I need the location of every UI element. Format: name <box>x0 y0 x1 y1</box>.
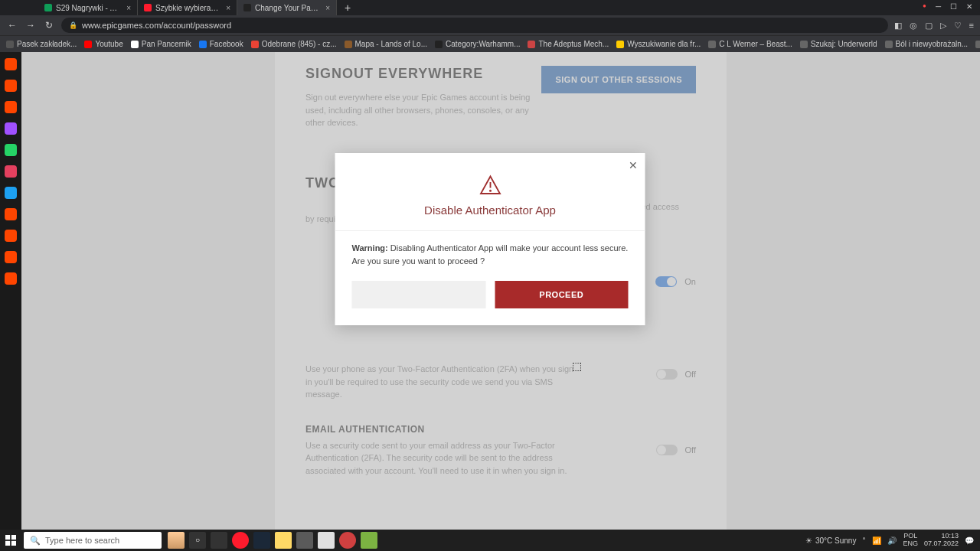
lock-icon: 🔒 <box>69 21 77 29</box>
bookmark-item[interactable]: Category:Warhamm... <box>435 40 520 48</box>
taskbar-app-icon[interactable] <box>296 532 313 549</box>
network-icon[interactable]: 📶 <box>872 536 881 545</box>
instagram-icon[interactable] <box>5 165 17 178</box>
bookmark-item[interactable]: The Adeptus Mech... <box>528 40 609 48</box>
dock-icon[interactable] <box>5 251 17 263</box>
bookmark-item[interactable]: Odebrane (845) - cz... <box>251 40 337 48</box>
camera-icon[interactable]: ◎ <box>910 21 917 31</box>
svg-rect-5 <box>11 541 16 546</box>
maximize-icon[interactable]: ☐ <box>950 2 957 11</box>
notifications-icon[interactable]: 💬 <box>965 536 974 545</box>
clock[interactable]: 10:13 07.07.2022 <box>924 533 959 548</box>
disable-authenticator-modal: ✕ Disable Authenticator App Warning: Dis… <box>335 153 645 325</box>
messenger-icon[interactable] <box>5 122 17 135</box>
tab-speed-dial[interactable]: Szybkie wybieranie× <box>138 0 237 15</box>
close-icon[interactable]: × <box>325 4 330 12</box>
taskbar-app-icon[interactable] <box>318 532 335 549</box>
taskbar-app-icon[interactable] <box>361 532 377 549</box>
weather-widget[interactable]: ☀ 30°C Sunny <box>805 536 856 545</box>
bookmark-item[interactable]: Ból i niewyobrażaln... <box>885 40 969 48</box>
url-text: www.epicgames.com/account/password <box>82 21 231 30</box>
whatsapp-icon[interactable] <box>5 144 17 156</box>
opera-icon[interactable] <box>232 532 249 549</box>
tab-label: Szybkie wybieranie <box>155 4 220 12</box>
bookmark-item[interactable]: Pasek zakładek... <box>6 40 77 48</box>
dock-icon[interactable] <box>5 58 17 70</box>
sun-icon: ☀ <box>805 536 812 545</box>
cortana-icon[interactable]: ○ <box>189 532 206 549</box>
svg-rect-3 <box>11 535 16 540</box>
dock-icon[interactable] <box>5 272 17 285</box>
record-indicator: ● <box>923 2 926 11</box>
steam-icon[interactable] <box>253 532 270 549</box>
taskbar-search[interactable]: 🔍 Type here to search <box>24 532 162 549</box>
tab-label: S29 Nagrywki - Arkusze G... <box>56 4 120 12</box>
url-input[interactable]: 🔒 www.epicgames.com/account/password <box>61 18 888 33</box>
play-icon[interactable]: ▷ <box>940 21 946 31</box>
taskbar-app-icon[interactable] <box>339 532 356 549</box>
twitter-icon[interactable] <box>5 187 17 199</box>
opera-sidebar <box>0 52 21 530</box>
dock-icon[interactable] <box>5 230 17 242</box>
modal-title: Disable Authenticator App <box>351 204 630 217</box>
tab-label: Change Your Password <box>255 4 319 12</box>
bookmark-item[interactable]: Mapa - Lands of Lo... <box>345 40 428 48</box>
svg-point-1 <box>489 191 490 191</box>
heart-icon[interactable]: ♡ <box>954 21 962 31</box>
language-indicator[interactable]: POL ENG <box>903 533 918 548</box>
bookmark-item[interactable]: Pan Pancernik <box>131 40 191 48</box>
new-tab-button[interactable]: + <box>337 2 358 14</box>
task-view-icon[interactable] <box>211 532 227 549</box>
forward-icon[interactable]: → <box>24 20 37 31</box>
close-icon[interactable]: × <box>126 4 131 12</box>
dock-icon[interactable] <box>5 80 17 92</box>
bookmark-item[interactable]: Facebook <box>199 40 243 48</box>
start-button[interactable] <box>0 530 21 551</box>
close-icon[interactable]: × <box>226 4 230 12</box>
bookmark-item[interactable]: GUNPLE <box>975 40 980 48</box>
dock-icon[interactable] <box>5 101 17 113</box>
close-window-icon[interactable]: ✕ <box>966 2 972 11</box>
volume-icon[interactable]: 🔊 <box>887 536 897 545</box>
reload-icon[interactable]: ↻ <box>43 20 55 31</box>
tab-sheets[interactable]: S29 Nagrywki - Arkusze G...× <box>38 0 138 15</box>
vpn-icon[interactable]: ▢ <box>925 21 933 31</box>
modal-warning-text: Warning: Disabling Authenticator App wil… <box>335 230 645 281</box>
back-icon[interactable]: ← <box>6 20 18 31</box>
minimize-icon[interactable]: ─ <box>936 2 941 11</box>
tab-epic-password[interactable]: Change Your Password× <box>237 0 337 15</box>
bookmark-item[interactable]: Youtube <box>84 40 122 48</box>
sidebar-icon[interactable]: ◧ <box>894 21 902 31</box>
windows-taskbar: 🔍 Type here to search ○ ☀ 30°C Sunny ˄ 📶… <box>0 530 980 551</box>
browser-tab-strip: S29 Nagrywki - Arkusze G...× Szybkie wyb… <box>0 0 980 15</box>
svg-rect-2 <box>5 535 10 540</box>
explorer-icon[interactable] <box>275 532 292 549</box>
svg-rect-4 <box>5 541 10 546</box>
warning-icon <box>479 174 501 194</box>
menu-icon[interactable]: ≡ <box>969 21 974 31</box>
address-bar: ← → ↻ 🔒 www.epicgames.com/account/passwo… <box>0 15 980 35</box>
proceed-button[interactable]: PROCEED <box>495 281 629 308</box>
modal-close-icon[interactable]: ✕ <box>629 159 638 171</box>
bookmark-item[interactable]: C L Werner – Beast... <box>708 40 792 48</box>
search-placeholder: Type here to search <box>45 536 119 545</box>
bookmark-item[interactable]: Szukaj: Underworld <box>800 40 877 48</box>
taskbar-app-icon[interactable] <box>168 532 185 549</box>
bookmark-item[interactable]: Wyszukiwanie dla fr... <box>616 40 701 48</box>
search-icon: 🔍 <box>30 536 41 546</box>
cancel-button[interactable]: CANCEL <box>352 281 486 308</box>
tray-chevron-icon[interactable]: ˄ <box>862 536 866 545</box>
dock-icon[interactable] <box>5 208 17 220</box>
bookmarks-bar: Pasek zakładek... Youtube Pan Pancernik … <box>0 35 980 52</box>
